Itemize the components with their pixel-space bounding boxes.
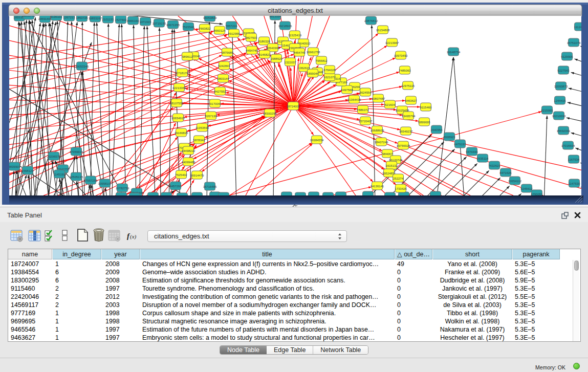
svg-text:15692391: 15692391: [557, 129, 571, 133]
svg-text:7886372: 7886372: [357, 108, 369, 112]
svg-text:9129906: 9129906: [561, 55, 573, 58]
svg-text:12213967: 12213967: [385, 41, 399, 45]
svg-text:18300295: 18300295: [263, 112, 277, 115]
svg-text:16782759: 16782759: [116, 187, 129, 190]
svg-text:7625402: 7625402: [175, 173, 187, 177]
svg-text:1147530: 1147530: [569, 182, 581, 185]
svg-text:15751074: 15751074: [567, 41, 581, 45]
svg-text:10719155: 10719155: [153, 22, 166, 25]
svg-text:16914479: 16914479: [190, 174, 204, 177]
svg-text:16961758: 16961758: [307, 51, 320, 54]
svg-text:9245612: 9245612: [520, 187, 533, 190]
svg-text:9457291: 9457291: [169, 185, 182, 188]
svg-text:1362615: 1362615: [298, 67, 310, 70]
svg-text:13495794: 13495794: [402, 115, 416, 118]
svg-text:1621072: 1621072: [323, 76, 336, 79]
svg-text:1640954: 1640954: [430, 128, 443, 132]
svg-text:4839901: 4839901: [8, 165, 20, 168]
svg-text:10688609: 10688609: [371, 129, 384, 132]
svg-text:17016504: 17016504: [561, 144, 575, 147]
svg-text:20876812: 20876812: [364, 19, 378, 23]
svg-text:18724007: 18724007: [287, 105, 300, 108]
svg-text:19384554: 19384554: [310, 139, 324, 142]
svg-text:1733426: 1733426: [395, 187, 407, 190]
svg-text:7663822: 7663822: [199, 27, 211, 30]
svg-text:1615132: 1615132: [385, 164, 398, 167]
svg-text:7485063: 7485063: [399, 69, 411, 72]
svg-text:8454749: 8454749: [246, 49, 258, 52]
svg-text:1071915: 1071915: [139, 20, 151, 24]
svg-text:1167534: 1167534: [568, 158, 580, 161]
svg-text:10973493: 10973493: [394, 54, 408, 57]
svg-text:1145191: 1145191: [54, 173, 66, 176]
svg-text:20206576: 20206576: [47, 155, 61, 158]
svg-text:8938923: 8938923: [443, 136, 455, 139]
svg-text:7857224: 7857224: [225, 25, 237, 28]
svg-text:2718176: 2718176: [176, 72, 188, 75]
svg-text:9463627: 9463627: [405, 99, 417, 102]
svg-text:1568129: 1568129: [21, 169, 34, 172]
svg-text:989612: 989612: [182, 55, 193, 58]
svg-text:9242843: 9242843: [218, 64, 230, 68]
svg-text:14498222: 14498222: [182, 149, 195, 152]
svg-text:19166825: 19166825: [175, 132, 188, 135]
svg-text:10853267: 10853267: [89, 17, 102, 20]
svg-text:1322037: 1322037: [284, 61, 296, 64]
svg-text:16549237: 16549237: [399, 130, 413, 133]
svg-text:10654112: 10654112: [508, 180, 522, 183]
svg-text:20053346: 20053346: [75, 65, 89, 68]
svg-text:252274: 252274: [393, 177, 404, 180]
svg-text:15716485: 15716485: [203, 185, 217, 188]
svg-text:10807487: 10807487: [372, 97, 385, 100]
svg-text:2101133: 2101133: [102, 18, 115, 21]
svg-text:1267213: 1267213: [63, 16, 75, 19]
svg-text:10654915: 10654915: [171, 117, 185, 120]
svg-text:2935114: 2935114: [477, 157, 489, 160]
svg-text:9474444: 9474444: [466, 150, 478, 154]
svg-text:10671355: 10671355: [166, 24, 180, 27]
svg-text:7632621: 7632621: [488, 164, 500, 167]
svg-text:14099489: 14099489: [182, 161, 195, 164]
svg-text:1527602: 1527602: [115, 18, 127, 21]
svg-text:8660124: 8660124: [213, 29, 226, 32]
svg-text:2803144: 2803144: [217, 77, 229, 80]
svg-text:3624554: 3624554: [359, 91, 372, 94]
svg-text:14136141: 14136141: [371, 185, 384, 188]
svg-text:1853726: 1853726: [76, 16, 88, 19]
svg-text:10958107: 10958107: [98, 182, 112, 185]
svg-text:8186328: 8186328: [258, 40, 270, 43]
svg-text:(x): (x): [130, 233, 137, 240]
svg-text:6899695: 6899695: [418, 121, 430, 124]
svg-text:5878342: 5878342: [193, 139, 205, 142]
svg-text:21364436: 21364436: [347, 98, 361, 101]
svg-text:8215955: 8215955: [541, 109, 553, 112]
svg-text:7515546: 7515546: [182, 26, 194, 29]
svg-text:9827503: 9827503: [245, 36, 257, 39]
svg-text:11325419: 11325419: [288, 34, 302, 37]
svg-text:9115460: 9115460: [420, 106, 432, 109]
svg-text:3875685: 3875685: [221, 51, 233, 54]
svg-text:8454749: 8454749: [293, 51, 306, 54]
svg-text:18407249: 18407249: [375, 141, 388, 144]
svg-text:19756928: 19756928: [397, 144, 410, 147]
svg-text:621604: 621604: [385, 103, 396, 106]
svg-text:citations_edges.txt: citations_edges.txt: [268, 7, 323, 14]
svg-text:16154808: 16154808: [376, 29, 390, 32]
svg-text:6497568: 6497568: [341, 89, 353, 92]
svg-text:9793051: 9793051: [531, 193, 543, 196]
svg-text:12093873: 12093873: [554, 85, 568, 88]
svg-text:10543362: 10543362: [266, 47, 280, 50]
svg-text:17957255: 17957255: [84, 179, 98, 182]
svg-text:1244415: 1244415: [554, 99, 566, 102]
svg-text:8966160: 8966160: [127, 19, 139, 23]
svg-text:17359934: 17359934: [70, 150, 83, 154]
svg-text:984067: 984067: [382, 152, 393, 156]
svg-text:12975115: 12975115: [401, 84, 415, 87]
svg-text:6479197: 6479197: [454, 143, 466, 146]
svg-text:11353594: 11353594: [195, 126, 209, 129]
svg-text:12213369: 12213369: [172, 86, 186, 90]
svg-text:7955812: 7955812: [315, 59, 328, 62]
svg-text:19218906: 19218906: [278, 25, 292, 28]
svg-text:917006: 917006: [210, 102, 221, 105]
svg-text:8267130: 8267130: [205, 115, 217, 118]
